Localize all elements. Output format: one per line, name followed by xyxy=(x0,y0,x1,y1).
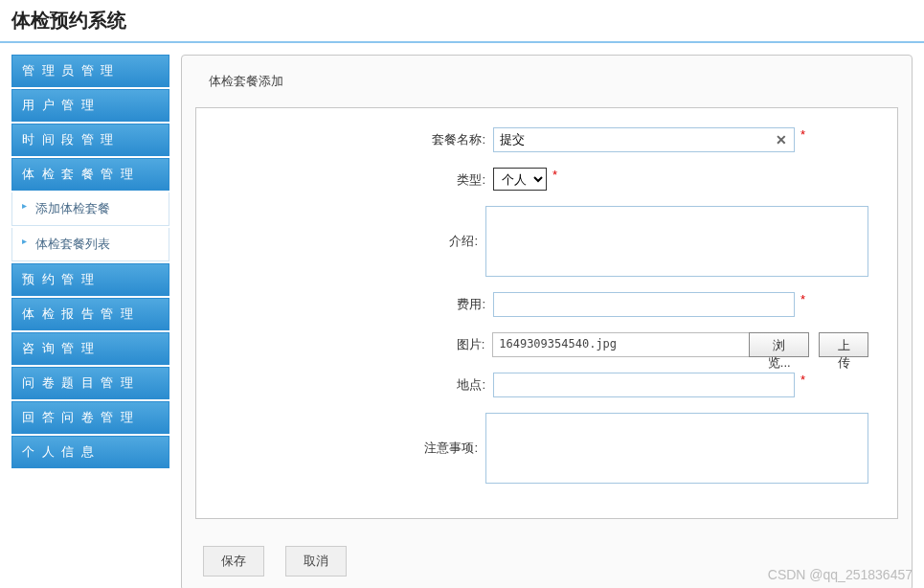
sidebar-sub-package-list[interactable]: 体检套餐列表 xyxy=(11,228,169,261)
sidebar-item-survey-answer[interactable]: 回 答 问 卷 管 理 xyxy=(11,401,169,434)
sidebar-item-profile[interactable]: 个 人 信 息 xyxy=(11,436,169,468)
required-mark: * xyxy=(800,127,805,142)
sidebar-item-user[interactable]: 用 户 管 理 xyxy=(11,89,169,122)
upload-button[interactable]: 上传 xyxy=(819,332,868,357)
notes-textarea[interactable] xyxy=(485,413,868,484)
location-input[interactable] xyxy=(493,373,795,397)
intro-textarea[interactable] xyxy=(485,206,868,277)
sidebar-item-report[interactable]: 体 检 报 告 管 理 xyxy=(11,298,169,330)
browse-button[interactable]: 浏览... xyxy=(749,332,809,357)
cancel-button[interactable]: 取消 xyxy=(285,546,347,577)
page-header: 体检预约系统 xyxy=(0,0,924,43)
row-intro: 介绍: xyxy=(225,206,868,277)
label-location: 地点: xyxy=(225,373,493,394)
sidebar-item-package[interactable]: 体 检 套 餐 管 理 xyxy=(11,158,169,191)
sidebar-item-survey-question[interactable]: 问 卷 题 目 管 理 xyxy=(11,367,169,399)
label-name: 套餐名称: xyxy=(225,127,493,148)
sidebar-sub-add-package[interactable]: 添加体检套餐 xyxy=(11,192,169,226)
container: 管 理 员 管 理 用 户 管 理 时 间 段 管 理 体 检 套 餐 管 理 … xyxy=(0,43,924,588)
required-mark: * xyxy=(800,292,805,306)
label-image: 图片: xyxy=(225,332,492,353)
type-select[interactable]: 个人 xyxy=(493,168,547,191)
file-name-display: 1649309354540.jpg xyxy=(492,332,750,357)
required-mark: * xyxy=(552,168,557,182)
sidebar-item-timeslot[interactable]: 时 间 段 管 理 xyxy=(11,124,169,156)
page-title: 体检预约系统 xyxy=(11,8,913,34)
name-input[interactable] xyxy=(493,127,795,152)
sidebar-item-admin[interactable]: 管 理 员 管 理 xyxy=(11,55,169,87)
sidebar-item-consult[interactable]: 咨 询 管 理 xyxy=(11,332,169,365)
row-name: 套餐名称: ✕ * xyxy=(225,127,868,152)
clear-icon[interactable]: ✕ xyxy=(776,132,787,147)
label-type: 类型: xyxy=(225,168,493,189)
row-location: 地点: * xyxy=(225,373,868,397)
row-fee: 费用: * xyxy=(225,292,868,317)
required-mark: * xyxy=(800,373,805,387)
sidebar-item-appointment[interactable]: 预 约 管 理 xyxy=(11,263,169,296)
label-notes: 注意事项: xyxy=(225,413,485,457)
main-panel: 体检套餐添加 套餐名称: ✕ * 类型: 个人 * xyxy=(181,55,913,588)
label-fee: 费用: xyxy=(225,292,493,313)
form-panel: 套餐名称: ✕ * 类型: 个人 * 介绍: xyxy=(195,107,898,519)
sidebar: 管 理 员 管 理 用 户 管 理 时 间 段 管 理 体 检 套 餐 管 理 … xyxy=(11,55,169,588)
panel-title: 体检套餐添加 xyxy=(182,56,912,107)
save-button[interactable]: 保存 xyxy=(203,546,264,577)
fee-input[interactable] xyxy=(493,292,795,317)
label-intro: 介绍: xyxy=(225,206,485,250)
row-notes: 注意事项: xyxy=(225,413,868,484)
row-type: 类型: 个人 * xyxy=(225,168,868,191)
watermark: CSDN @qq_251836457 xyxy=(768,567,913,582)
row-image: 图片: 1649309354540.jpg 浏览... 上传 xyxy=(225,332,868,357)
